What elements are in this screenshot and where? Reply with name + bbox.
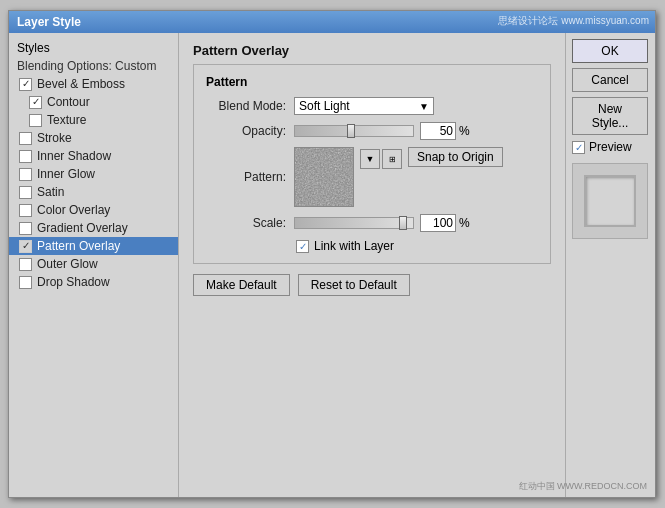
- cancel-button[interactable]: Cancel: [572, 68, 648, 92]
- blending-options-label[interactable]: Blending Options: Custom: [9, 57, 178, 75]
- opacity-label: Opacity:: [206, 124, 286, 138]
- blend-mode-row: Blend Mode: Soft Light ▼: [206, 97, 538, 115]
- preview-box: [572, 163, 648, 239]
- styles-header[interactable]: Styles: [9, 37, 178, 57]
- preview-label-row: Preview: [572, 140, 649, 154]
- sidebar-item-gradient-overlay[interactable]: Gradient Overlay: [9, 219, 178, 237]
- opacity-input[interactable]: [420, 122, 456, 140]
- pattern-svg: [295, 148, 353, 206]
- sidebar-item-stroke[interactable]: Stroke: [9, 129, 178, 147]
- drop-shadow-checkbox[interactable]: [19, 276, 32, 289]
- opacity-slider-container: %: [294, 122, 470, 140]
- color-overlay-label: Color Overlay: [37, 203, 110, 217]
- contour-checkbox[interactable]: [29, 96, 42, 109]
- dropdown-arrow-icon: ▼: [419, 101, 429, 112]
- drop-shadow-label: Drop Shadow: [37, 275, 110, 289]
- outer-glow-checkbox[interactable]: [19, 258, 32, 271]
- stroke-checkbox[interactable]: [19, 132, 32, 145]
- scale-slider-thumb[interactable]: [399, 216, 407, 230]
- pattern-overlay-label: Pattern Overlay: [37, 239, 120, 253]
- pattern-overlay-checkbox[interactable]: [19, 240, 32, 253]
- layer-style-dialog: Layer Style 思绪设计论坛 www.missyuan.com Styl…: [8, 10, 656, 498]
- pattern-section-box: Pattern Blend Mode: Soft Light ▼ Opacity…: [193, 64, 551, 264]
- pattern-controls: ▼ ⊞ Snap to Origin: [294, 147, 503, 207]
- gradient-overlay-checkbox[interactable]: [19, 222, 32, 235]
- pattern-picker-btn[interactable]: ▼: [360, 149, 380, 169]
- pattern-preview[interactable]: [294, 147, 354, 207]
- bevel-checkbox[interactable]: [19, 78, 32, 91]
- color-overlay-checkbox[interactable]: [19, 204, 32, 217]
- contour-label: Contour: [47, 95, 90, 109]
- scale-row: Scale: %: [206, 214, 538, 232]
- inner-shadow-checkbox[interactable]: [19, 150, 32, 163]
- center-panel: Pattern Overlay Pattern Blend Mode: Soft…: [179, 33, 565, 497]
- scale-input[interactable]: [420, 214, 456, 232]
- sidebar-item-pattern-overlay[interactable]: Pattern Overlay: [9, 237, 178, 255]
- blend-mode-value: Soft Light: [299, 99, 350, 113]
- bottom-buttons: Make Default Reset to Default: [193, 274, 551, 296]
- make-default-button[interactable]: Make Default: [193, 274, 290, 296]
- opacity-percent: %: [459, 124, 470, 138]
- titlebar-logo: 思绪设计论坛 www.missyuan.com: [498, 14, 649, 28]
- pattern-row: Pattern:: [206, 147, 538, 207]
- texture-label: Texture: [47, 113, 86, 127]
- reset-to-default-button[interactable]: Reset to Default: [298, 274, 410, 296]
- inner-shadow-label: Inner Shadow: [37, 149, 111, 163]
- pattern-picker-icon: ▼: [366, 154, 375, 164]
- link-layer-row: Link with Layer: [206, 239, 538, 253]
- snap-to-origin-button[interactable]: Snap to Origin: [408, 147, 503, 167]
- sidebar-item-contour[interactable]: Contour: [9, 93, 178, 111]
- inner-glow-label: Inner Glow: [37, 167, 95, 181]
- sidebar-item-inner-shadow[interactable]: Inner Shadow: [9, 147, 178, 165]
- satin-checkbox[interactable]: [19, 186, 32, 199]
- sidebar-item-color-overlay[interactable]: Color Overlay: [9, 201, 178, 219]
- sidebar-item-bevel[interactable]: Bevel & Emboss: [9, 75, 178, 93]
- scale-label: Scale:: [206, 216, 286, 230]
- new-style-button[interactable]: New Style...: [572, 97, 648, 135]
- link-layer-label: Link with Layer: [314, 239, 394, 253]
- texture-checkbox[interactable]: [29, 114, 42, 127]
- svg-rect-1: [295, 148, 353, 206]
- preview-label: Preview: [589, 140, 632, 154]
- opacity-row: Opacity: %: [206, 122, 538, 140]
- preview-checkbox[interactable]: [572, 141, 585, 154]
- link-layer-checkbox[interactable]: [296, 240, 309, 253]
- gradient-overlay-label: Gradient Overlay: [37, 221, 128, 235]
- scale-slider[interactable]: [294, 217, 414, 229]
- inner-glow-checkbox[interactable]: [19, 168, 32, 181]
- opacity-slider-thumb[interactable]: [347, 124, 355, 138]
- opacity-slider[interactable]: [294, 125, 414, 137]
- pattern-options-icon: ⊞: [389, 155, 396, 164]
- pattern-label: Pattern:: [206, 170, 286, 184]
- right-panel: OK Cancel New Style... Preview: [565, 33, 655, 497]
- scale-slider-container: %: [294, 214, 470, 232]
- left-panel: Styles Blending Options: Custom Bevel & …: [9, 33, 179, 497]
- sidebar-item-inner-glow[interactable]: Inner Glow: [9, 165, 178, 183]
- satin-label: Satin: [37, 185, 64, 199]
- sidebar-item-drop-shadow[interactable]: Drop Shadow: [9, 273, 178, 291]
- scale-percent: %: [459, 216, 470, 230]
- ok-button[interactable]: OK: [572, 39, 648, 63]
- dialog-title: Layer Style: [17, 15, 81, 29]
- bevel-label: Bevel & Emboss: [37, 77, 125, 91]
- stroke-label: Stroke: [37, 131, 72, 145]
- preview-inner: [584, 175, 636, 227]
- subsection-title: Pattern: [206, 75, 538, 89]
- blend-mode-select[interactable]: Soft Light ▼: [294, 97, 434, 115]
- dialog-body: Styles Blending Options: Custom Bevel & …: [9, 33, 655, 497]
- watermark: 红动中国 WWW.REDOCN.COM: [519, 480, 648, 493]
- pattern-options-btn[interactable]: ⊞: [382, 149, 402, 169]
- sidebar-item-outer-glow[interactable]: Outer Glow: [9, 255, 178, 273]
- titlebar: Layer Style 思绪设计论坛 www.missyuan.com: [9, 11, 655, 33]
- sidebar-item-texture[interactable]: Texture: [9, 111, 178, 129]
- section-title: Pattern Overlay: [193, 43, 551, 58]
- sidebar-item-satin[interactable]: Satin: [9, 183, 178, 201]
- outer-glow-label: Outer Glow: [37, 257, 98, 271]
- blend-mode-label: Blend Mode:: [206, 99, 286, 113]
